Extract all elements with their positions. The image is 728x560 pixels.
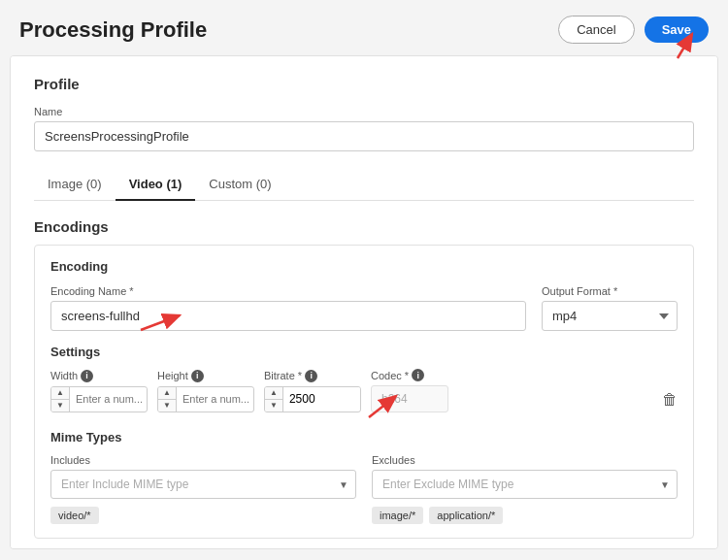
height-up-arrow[interactable]: ▲ <box>158 387 176 400</box>
excludes-tags: image/* application/* <box>372 507 678 524</box>
mime-types-title: Mime Types <box>50 430 678 445</box>
encoding-card-title: Encoding <box>50 259 678 274</box>
height-stepper: ▲ ▼ <box>157 386 254 412</box>
width-stepper: ▲ ▼ <box>50 386 148 412</box>
height-label: Height <box>157 370 188 381</box>
encoding-name-input[interactable] <box>50 301 526 331</box>
width-group: Width i ▲ ▼ <box>50 370 148 412</box>
width-label: Width <box>50 370 78 381</box>
mime-excludes-group: Excludes Enter Exclude MIME type ▼ image… <box>372 454 678 524</box>
output-format-select[interactable]: mp4 webm ogg mov <box>542 301 678 331</box>
encodings-title: Encodings <box>34 218 694 235</box>
cancel-button[interactable]: Cancel <box>558 16 634 44</box>
name-input[interactable] <box>34 121 694 151</box>
height-down-arrow[interactable]: ▼ <box>158 400 176 412</box>
bitrate-stepper: ▲ ▼ <box>264 386 361 412</box>
encoding-name-label: Encoding Name * <box>50 285 526 297</box>
codec-group: Codec * i h264 <box>371 369 448 412</box>
tab-image[interactable]: Image (0) <box>34 169 116 201</box>
bitrate-group: Bitrate * i ▲ ▼ <box>264 370 361 412</box>
bitrate-info-icon: i <box>305 370 317 382</box>
mime-types-section: Mime Types Includes Enter Include MIME t… <box>50 430 678 524</box>
mime-includes-group: Includes Enter Include MIME type ▼ video… <box>50 454 356 524</box>
bitrate-label: Bitrate * <box>264 370 302 381</box>
header-buttons: Cancel Save <box>558 16 709 44</box>
bitrate-down-arrow[interactable]: ▼ <box>265 400 282 412</box>
bitrate-up-arrow[interactable]: ▲ <box>265 387 282 400</box>
encodings-section: Encodings Encoding Encoding Name * Outpu… <box>34 218 694 539</box>
mime-row: Includes Enter Include MIME type ▼ video… <box>50 454 678 524</box>
include-tag-video: video/* <box>50 507 99 524</box>
height-info-icon: i <box>191 370 204 382</box>
width-down-arrow[interactable]: ▼ <box>51 400 69 412</box>
tab-custom[interactable]: Custom (0) <box>195 169 284 201</box>
width-info-icon: i <box>81 370 93 382</box>
height-group: Height i ▲ ▼ <box>157 370 254 412</box>
codec-label: Codec * <box>371 370 409 381</box>
encoding-card: Encoding Encoding Name * Output Format *… <box>34 245 694 539</box>
settings-label: Settings <box>50 345 678 359</box>
profile-section-title: Profile <box>34 76 694 92</box>
output-format-label: Output Format * <box>542 285 678 297</box>
tabs-bar: Image (0) Video (1) Custom (0) <box>34 169 694 201</box>
includes-label: Includes <box>50 454 356 466</box>
exclude-tag-image: image/* <box>372 507 423 524</box>
codec-info-icon: i <box>412 369 424 381</box>
height-input[interactable] <box>177 388 254 410</box>
width-input[interactable] <box>70 388 148 410</box>
exclude-tag-application: application/* <box>429 507 503 524</box>
encoding-name-row: Encoding Name * Output Format * mp4 webm… <box>50 285 678 331</box>
main-content: Profile Name Image (0) Video (1) Custom … <box>10 55 718 549</box>
output-format-group: Output Format * mp4 webm ogg mov <box>542 285 678 331</box>
name-label: Name <box>34 106 694 117</box>
codec-display: h264 <box>371 385 448 412</box>
settings-row: Width i ▲ ▼ <box>50 369 678 412</box>
includes-tags: video/* <box>50 507 356 524</box>
save-button[interactable]: Save <box>645 16 709 43</box>
delete-icon[interactable]: 🗑 <box>662 391 678 409</box>
tab-video[interactable]: Video (1) <box>116 169 196 201</box>
includes-select[interactable]: Enter Include MIME type <box>50 470 356 499</box>
page-title: Processing Profile <box>19 17 207 43</box>
excludes-label: Excludes <box>372 454 678 466</box>
excludes-select[interactable]: Enter Exclude MIME type <box>372 470 678 499</box>
width-up-arrow[interactable]: ▲ <box>51 387 69 400</box>
encoding-name-group: Encoding Name * <box>50 285 526 331</box>
bitrate-input[interactable] <box>283 387 361 411</box>
